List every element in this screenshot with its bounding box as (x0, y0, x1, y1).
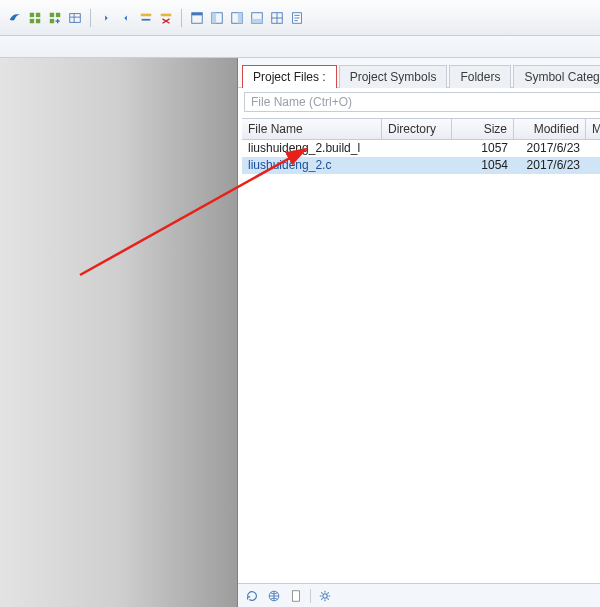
svg-rect-15 (238, 12, 242, 23)
svg-rect-9 (161, 13, 172, 16)
col-file-name[interactable]: File Name (242, 119, 382, 139)
filter-placeholder: File Name (Ctrl+O) (251, 95, 352, 109)
svg-rect-21 (293, 590, 300, 601)
cell-name: liushuideng_2.c (242, 157, 382, 174)
editor-empty-pane (0, 58, 238, 607)
svg-rect-5 (56, 12, 60, 16)
indent-left-icon[interactable] (97, 9, 115, 27)
svg-rect-0 (30, 12, 34, 16)
svg-rect-6 (50, 18, 54, 22)
project-panel: Project Files : Project Symbols Folders … (238, 58, 600, 607)
table-row[interactable]: liushuideng_2.c 1054 2017/6/23 (242, 157, 600, 174)
toolbar-separator (181, 9, 182, 27)
cell-size: 1054 (452, 157, 514, 174)
main-area: Project Files : Project Symbols Folders … (0, 58, 600, 607)
svg-point-22 (323, 593, 327, 597)
window-a-icon[interactable] (188, 9, 206, 27)
svg-rect-8 (141, 13, 152, 16)
window-d-icon[interactable] (248, 9, 266, 27)
svg-rect-17 (252, 18, 263, 22)
toolbar-separator (90, 9, 91, 27)
bird-icon[interactable] (6, 9, 24, 27)
tab-project-symbols[interactable]: Project Symbols (339, 65, 448, 88)
tab-symbol-categories[interactable]: Symbol Categories (513, 65, 600, 88)
toolbar (0, 0, 600, 36)
svg-rect-11 (192, 12, 203, 15)
svg-rect-1 (36, 12, 40, 16)
panel-tabs: Project Files : Project Symbols Folders … (238, 58, 600, 88)
cell-metrics (586, 157, 600, 174)
window-c-icon[interactable] (228, 9, 246, 27)
cell-dir (382, 140, 452, 157)
cell-modified: 2017/6/23 (514, 140, 586, 157)
page-icon[interactable] (288, 588, 304, 604)
window-b-icon[interactable] (208, 9, 226, 27)
file-filter-input[interactable]: File Name (Ctrl+O) ▾ (244, 92, 600, 112)
file-table-body: liushuideng_2.build_l 1057 2017/6/23 liu… (242, 140, 600, 583)
refresh-icon[interactable] (244, 588, 260, 604)
svg-rect-2 (30, 18, 34, 22)
cell-metrics (586, 140, 600, 157)
window-grid-icon[interactable] (268, 9, 286, 27)
cell-dir (382, 157, 452, 174)
svg-rect-4 (50, 12, 54, 16)
col-directory[interactable]: Directory (382, 119, 452, 139)
cell-modified: 2017/6/23 (514, 157, 586, 174)
svg-rect-7 (70, 13, 81, 22)
svg-rect-13 (212, 12, 216, 23)
status-separator (310, 589, 311, 603)
gear-icon[interactable] (317, 588, 333, 604)
cell-name: liushuideng_2.build_l (242, 140, 382, 157)
col-size[interactable]: Size (452, 119, 514, 139)
panel-status-bar (238, 583, 600, 607)
globe-icon[interactable] (266, 588, 282, 604)
col-metrics[interactable]: Metr (586, 119, 600, 139)
row-delete-icon[interactable] (157, 9, 175, 27)
row-edit-icon[interactable] (137, 9, 155, 27)
note-icon[interactable] (288, 9, 306, 27)
file-table-header: File Name Directory Size Modified Metr (242, 118, 600, 140)
table-icon[interactable] (66, 9, 84, 27)
tab-project-files[interactable]: Project Files : (242, 65, 337, 88)
cell-size: 1057 (452, 140, 514, 157)
tab-folders[interactable]: Folders (449, 65, 511, 88)
grid-plus-icon[interactable] (46, 9, 64, 27)
col-modified[interactable]: Modified (514, 119, 586, 139)
ribbon-spacer (0, 36, 600, 58)
grid-icon[interactable] (26, 9, 44, 27)
indent-right-icon[interactable] (117, 9, 135, 27)
table-row[interactable]: liushuideng_2.build_l 1057 2017/6/23 (242, 140, 600, 157)
svg-rect-3 (36, 18, 40, 22)
